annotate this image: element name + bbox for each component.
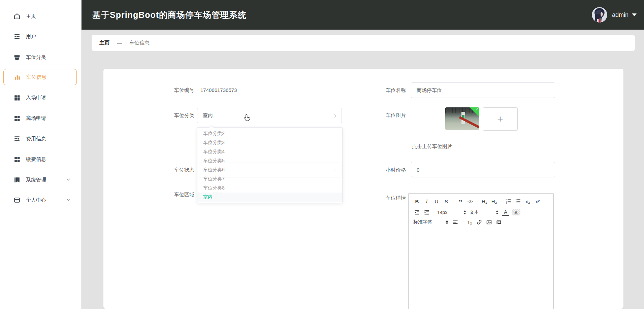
sidebar-item-home[interactable]: 主页 <box>3 8 77 24</box>
sidebar: 主页 用户 车位分类 车位信息 入场申请 <box>0 0 82 309</box>
sidebar-item-fee-info[interactable]: 费用信息 <box>3 131 77 147</box>
image-button[interactable] <box>485 218 493 226</box>
list-outdent-icon <box>13 33 21 40</box>
chevron-right-icon <box>332 113 338 118</box>
indent-icon <box>424 209 430 215</box>
text-format-select[interactable]: 文本 <box>470 209 498 215</box>
dropdown-option[interactable]: 车位分类2 <box>197 129 342 138</box>
editor-content-area[interactable] <box>409 228 553 300</box>
clear-format-button[interactable]: Tₓ <box>466 218 473 226</box>
sidebar-item-label: 缴费信息 <box>26 156 46 163</box>
grid-icon <box>13 94 21 101</box>
code-block-button[interactable]: </> <box>466 198 474 205</box>
hour-price-input[interactable]: 0 <box>411 162 555 177</box>
uploaded-image-thumbnail[interactable]: ✓ <box>445 107 479 130</box>
font-family-value: 标准字体 <box>413 219 432 225</box>
strikethrough-button[interactable]: S <box>443 198 450 205</box>
page-title: 基于SpringBoot的商场停车场管理系统 <box>92 9 247 21</box>
dropdown-option[interactable]: 车位分类3 <box>197 138 342 147</box>
bullet-list-button[interactable] <box>514 198 522 205</box>
align-icon <box>452 219 458 225</box>
highlight-color-button[interactable]: A <box>512 209 520 215</box>
upload-add-button[interactable]: + <box>483 107 518 131</box>
bold-button[interactable]: B <box>413 198 421 205</box>
grid-icon <box>13 115 21 122</box>
space-status-label: 车位状态 <box>167 166 194 174</box>
select-arrows-icon <box>463 210 466 214</box>
dropdown-option-selected[interactable]: 室内 <box>197 193 342 202</box>
form-card: 车位编号 1740661736573 车位分类 室内 车位状态 闲置中 车位区域… <box>103 69 623 309</box>
main-content: 主页 — 车位信息 车位编号 1740661736573 车位分类 室内 车位状… <box>81 30 644 309</box>
ordered-list-button[interactable]: 123 <box>505 198 512 205</box>
blockquote-button[interactable]: ” <box>457 196 464 206</box>
space-number-label: 车位编号 <box>167 86 194 94</box>
header-2-button[interactable]: H₂ <box>490 198 498 205</box>
breadcrumb: 主页 — 车位信息 <box>92 35 635 51</box>
superscript-button[interactable]: x² <box>534 198 541 205</box>
ordered-list-icon: 123 <box>505 198 511 204</box>
outdent-button[interactable] <box>413 209 421 216</box>
sidebar-item-personal-center[interactable]: 个人中心 <box>3 192 77 208</box>
dropdown-option[interactable]: 车位分类8 <box>197 183 342 193</box>
space-name-input[interactable]: 商场停车位 <box>411 82 555 98</box>
book-icon <box>13 176 21 183</box>
upload-hint-text: 点击上传车位图片 <box>412 143 452 150</box>
sidebar-item-system-management[interactable]: 系统管理 <box>3 172 77 188</box>
indent-button[interactable] <box>423 209 430 216</box>
sidebar-item-entry-request[interactable]: 入场申请 <box>3 90 77 106</box>
storefront-icon <box>13 54 21 61</box>
dropdown-option[interactable]: 车位分类7 <box>197 174 342 183</box>
font-size-value: 14px <box>437 210 447 215</box>
underline-button[interactable]: U <box>433 198 440 205</box>
text-color-button[interactable]: A <box>502 209 509 216</box>
italic-button[interactable]: I <box>423 198 430 205</box>
font-family-select[interactable]: 标准字体 <box>413 219 448 225</box>
link-icon <box>476 219 482 225</box>
sidebar-item-payment-info[interactable]: 缴费信息 <box>3 151 77 167</box>
sidebar-item-space-category[interactable]: 车位分类 <box>3 49 77 65</box>
subscript-button[interactable]: x₂ <box>524 198 532 205</box>
space-category-value: 室内 <box>203 112 213 119</box>
sidebar-item-users[interactable]: 用户 <box>3 28 77 44</box>
chevron-down-icon <box>66 197 71 202</box>
font-size-select[interactable]: 14px <box>437 210 466 215</box>
rich-text-editor: B I U S ” </> H₁ H₂ 123 x₂ x² <box>408 193 554 309</box>
sidebar-item-label: 费用信息 <box>26 136 46 142</box>
dropdown-option[interactable]: 车位分类6 <box>197 165 342 174</box>
sidebar-item-label: 主页 <box>26 13 36 20</box>
hour-price-label: 小时价格 <box>379 166 406 174</box>
bullet-list-icon <box>515 198 521 204</box>
bar-chart-icon <box>14 74 21 81</box>
sidebar-item-label: 用户 <box>26 33 36 40</box>
sidebar-item-label: 车位分类 <box>26 54 46 61</box>
sidebar-item-label: 离场申请 <box>26 115 46 122</box>
space-area-label: 车位区域 <box>167 191 194 199</box>
breadcrumb-home-link[interactable]: 主页 <box>99 40 109 46</box>
outdent-icon <box>414 209 420 215</box>
link-button[interactable] <box>476 218 483 226</box>
dropdown-option[interactable]: 车位分类4 <box>197 147 342 156</box>
sidebar-item-label: 个人中心 <box>26 197 46 203</box>
editor-toolbar: B I U S ” </> H₁ H₂ 123 x₂ x² <box>409 194 553 228</box>
top-header: 基于SpringBoot的商场停车场管理系统 admin <box>81 0 644 30</box>
header-1-button[interactable]: H₁ <box>481 198 488 205</box>
video-button[interactable] <box>495 218 503 226</box>
category-dropdown: 车位分类2 车位分类3 车位分类4 车位分类5 车位分类6 车位分类7 车位分类… <box>197 127 343 203</box>
space-name-value: 商场停车位 <box>417 87 442 94</box>
hour-price-value: 0 <box>417 167 419 173</box>
text-format-value: 文本 <box>470 209 479 215</box>
space-detail-label: 车位详情 <box>379 194 406 202</box>
sidebar-item-exit-request[interactable]: 离场申请 <box>3 110 77 126</box>
sidebar-item-space-info[interactable]: 车位信息 <box>3 69 77 85</box>
caret-down-icon <box>632 13 637 16</box>
svg-text:3: 3 <box>506 202 507 204</box>
user-menu[interactable]: admin <box>592 0 637 30</box>
breadcrumb-current: 车位信息 <box>129 40 150 46</box>
align-button[interactable] <box>452 218 459 226</box>
dropdown-option[interactable]: 车位分类5 <box>197 156 342 165</box>
breadcrumb-separator: — <box>117 40 122 46</box>
plus-icon: + <box>497 113 503 125</box>
sidebar-item-label: 系统管理 <box>26 177 46 183</box>
space-category-select[interactable]: 室内 <box>197 108 342 123</box>
list-indent-icon <box>13 135 21 142</box>
